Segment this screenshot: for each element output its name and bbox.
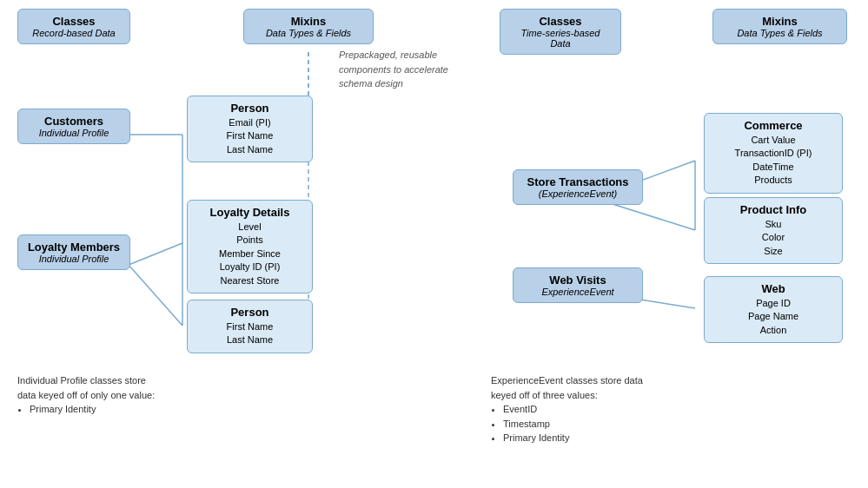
commerce-field-0: Cart Value [712, 134, 835, 147]
mixins-left-box: Mixins Data Types & Fields [243, 9, 374, 44]
diagram: Classes Record-based Data Mixins Data Ty… [0, 0, 868, 488]
svg-line-11 [613, 204, 695, 230]
person2-field-0: First Name [195, 320, 305, 333]
commerce-field-2: DateTime [712, 161, 835, 174]
person2-fields: First Name Last Name [195, 320, 305, 347]
experience-bullet-0: EventID [503, 402, 708, 417]
loyalty-members-subtitle: Individual Profile [25, 254, 123, 264]
mixins-right-title: Mixins [720, 15, 839, 28]
classes-left-subtitle: Record-based Data [25, 28, 123, 38]
product-info-box: Product Info Sku Color Size [704, 197, 843, 264]
commerce-box: Commerce Cart Value TransactionID (PI) D… [704, 113, 843, 194]
mixins-left-subtitle: Data Types & Fields [251, 28, 366, 38]
commerce-field-3: Products [712, 174, 835, 187]
individual-bullet-0: Primary Identity [30, 402, 200, 417]
store-transactions-subtitle: (ExperienceEvent) [520, 188, 635, 199]
person2-field-1: Last Name [195, 333, 305, 346]
loyalty-field-1: Points [195, 234, 305, 247]
loyalty-field-2: Member Since [195, 247, 305, 260]
experience-bullet-2: Primary Identity [503, 431, 708, 445]
classes-right-box: Classes Time-series-based Data [500, 9, 621, 55]
loyalty-details-fields: Level Points Member Since Loyalty ID (PI… [195, 221, 305, 287]
person2-box: Person First Name Last Name [187, 300, 313, 353]
prepackaged-note: Prepackaged, reusable components to acce… [339, 48, 482, 91]
svg-line-2 [129, 265, 182, 326]
web-visits-title: Web Visits [520, 274, 635, 287]
web-visits-subtitle: ExperienceEvent [520, 287, 635, 297]
classes-right-subtitle2: Data [507, 38, 613, 49]
person1-field-2: Last Name [195, 143, 305, 156]
loyalty-members-title: Loyalty Members [25, 241, 123, 254]
mixins-left-title: Mixins [251, 15, 366, 28]
person1-box: Person Email (PI) First Name Last Name [187, 96, 313, 162]
commerce-title: Commerce [712, 119, 835, 132]
commerce-fields: Cart Value TransactionID (PI) DateTime P… [712, 134, 835, 188]
loyalty-field-4: Nearest Store [195, 274, 305, 287]
person1-fields: Email (PI) First Name Last Name [195, 116, 305, 156]
web-title: Web [712, 282, 835, 295]
web-field-1: Page Name [712, 310, 835, 323]
person1-title: Person [195, 102, 305, 115]
web-fields: Page ID Page Name Action [712, 297, 835, 337]
loyalty-details-title: Loyalty Details [195, 206, 305, 219]
web-box: Web Page ID Page Name Action [704, 276, 843, 343]
store-transactions-box: Store Transactions (ExperienceEvent) [513, 169, 643, 205]
product-info-title: Product Info [712, 203, 835, 216]
web-field-2: Action [712, 324, 835, 337]
classes-right-title: Classes [507, 15, 613, 28]
product-field-2: Size [712, 245, 835, 258]
mixins-right-box: Mixins Data Types & Fields [712, 9, 847, 44]
experience-bullet-1: Timestamp [503, 417, 708, 432]
person1-field-1: First Name [195, 129, 305, 142]
loyalty-details-box: Loyalty Details Level Points Member Sinc… [187, 200, 313, 293]
product-field-0: Sku [712, 218, 835, 231]
person2-title: Person [195, 306, 305, 319]
svg-line-1 [129, 243, 182, 265]
customers-title: Customers [25, 115, 123, 128]
product-field-1: Color [712, 231, 835, 244]
product-info-fields: Sku Color Size [712, 218, 835, 258]
classes-left-title: Classes [25, 15, 123, 28]
customers-box: Customers Individual Profile [17, 109, 130, 144]
store-transactions-title: Store Transactions [520, 175, 635, 188]
commerce-field-1: TransactionID (PI) [712, 147, 835, 160]
customers-subtitle: Individual Profile [25, 128, 123, 138]
classes-left-box: Classes Record-based Data [17, 9, 130, 44]
mixins-right-subtitle: Data Types & Fields [720, 28, 839, 38]
web-field-0: Page ID [712, 297, 835, 310]
loyalty-members-box: Loyalty Members Individual Profile [17, 234, 130, 270]
loyalty-field-0: Level [195, 221, 305, 234]
loyalty-field-3: Loyalty ID (PI) [195, 260, 305, 274]
experience-event-note: ExperienceEvent classes store data keyed… [491, 373, 708, 445]
web-visits-box: Web Visits ExperienceEvent [513, 267, 643, 303]
individual-profile-note: Individual Profile classes store data ke… [17, 373, 200, 417]
person1-field-0: Email (PI) [195, 116, 305, 129]
classes-right-subtitle1: Time-series-based [507, 28, 613, 38]
